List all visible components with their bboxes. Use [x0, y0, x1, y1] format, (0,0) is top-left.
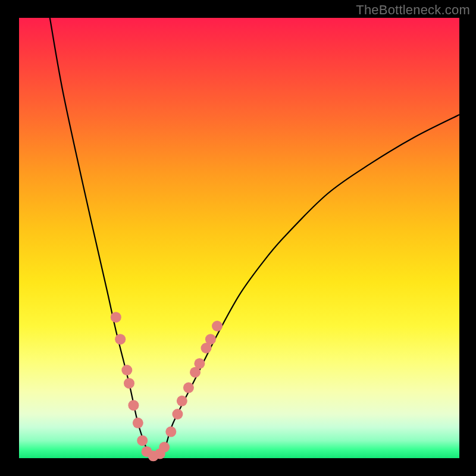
marker-dot — [183, 383, 194, 393]
marker-dot — [194, 358, 205, 369]
marker-dot — [212, 321, 223, 331]
chart-frame: TheBottleneck.com — [0, 0, 476, 476]
bottleneck-curve — [50, 18, 459, 459]
marker-dot — [165, 427, 176, 437]
marker-dot — [172, 409, 183, 419]
plot-area — [19, 18, 459, 458]
chart-svg — [19, 18, 459, 458]
marker-dot — [124, 378, 134, 389]
marker-dot — [133, 418, 143, 428]
marker-group — [111, 312, 223, 461]
marker-dot — [128, 400, 139, 411]
marker-dot — [137, 435, 148, 446]
marker-dot — [115, 334, 126, 345]
marker-dot — [177, 396, 187, 406]
marker-dot — [121, 365, 132, 375]
marker-dot — [205, 334, 216, 345]
marker-dot — [111, 312, 121, 322]
marker-dot — [159, 442, 170, 453]
watermark-text: TheBottleneck.com — [356, 2, 470, 18]
